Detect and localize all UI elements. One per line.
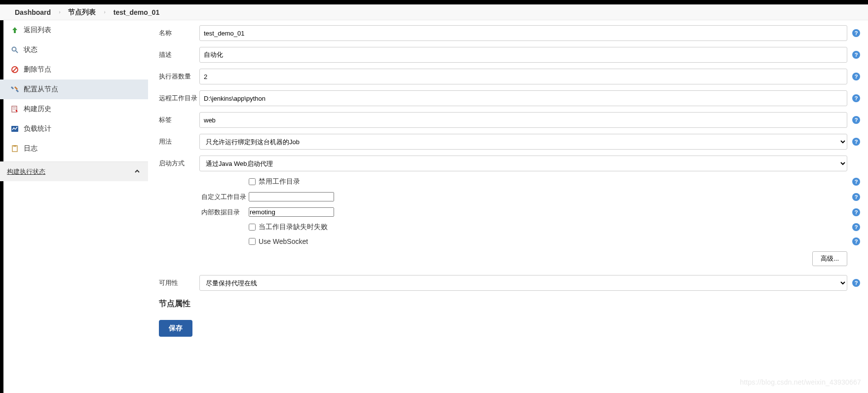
row-remote-fs: 远程工作目录 ?	[159, 90, 860, 106]
help-icon[interactable]: ?	[852, 223, 860, 231]
arrow-up-icon	[10, 25, 20, 35]
sidebar-item-label: 配置从节点	[24, 85, 58, 94]
clipboard-icon	[10, 144, 20, 154]
select-usage[interactable]: 只允许运行绑定到这台机器的Job	[199, 134, 847, 150]
row-executors: 执行器数量 ?	[159, 69, 860, 84]
layout: 返回列表 状态 删除节点 配置从节点 构建历史	[0, 20, 868, 386]
save-button[interactable]: 保存	[159, 320, 192, 337]
sidebar-item-log[interactable]: 日志	[0, 139, 148, 158]
help-icon[interactable]: ?	[852, 29, 860, 37]
label-availability: 可用性	[159, 278, 199, 287]
breadcrumb: Dashboard › 节点列表 › test_demo_01	[0, 4, 868, 20]
label-internal-dir: 内部数据目录	[201, 208, 249, 217]
help-icon[interactable]: ?	[852, 73, 860, 80]
row-custom-workdir: 自定义工作目录 ?	[201, 192, 860, 201]
sidebar-item-status[interactable]: 状态	[0, 40, 148, 60]
breadcrumb-node-name[interactable]: test_demo_01	[111, 8, 162, 16]
sidebar-item-label: 负载统计	[24, 124, 51, 133]
label-name: 名称	[159, 29, 199, 38]
save-bar: 保存	[159, 320, 860, 337]
input-remote-fs[interactable]	[199, 90, 847, 106]
node-properties-heading: 节点属性	[159, 299, 860, 309]
label-launch-method: 启动方式	[159, 159, 199, 168]
breadcrumb-sep-1: ›	[54, 9, 65, 15]
sidebar-item-build-history[interactable]: 构建历史	[0, 99, 148, 119]
input-internal-dir[interactable]	[249, 207, 334, 217]
select-launch-method[interactable]: 通过Java Web启动代理	[199, 156, 847, 171]
svg-line-1	[16, 51, 18, 53]
row-disable-workdir: 禁用工作目录 ?	[249, 177, 860, 186]
help-icon[interactable]: ?	[852, 193, 860, 201]
checkbox-fail-if-missing[interactable]	[249, 224, 256, 231]
sidebar-item-label: 日志	[24, 144, 38, 153]
input-labels[interactable]	[199, 112, 847, 128]
checkbox-disable-workdir[interactable]	[249, 178, 256, 185]
input-name[interactable]	[199, 25, 847, 41]
sidebar: 返回列表 状态 删除节点 配置从节点 构建历史	[0, 20, 148, 386]
sidebar-item-label: 构建历史	[24, 105, 51, 114]
help-icon[interactable]: ?	[852, 138, 860, 146]
help-icon[interactable]: ?	[852, 208, 860, 216]
sidebar-item-back[interactable]: 返回列表	[0, 20, 148, 40]
sidebar-item-configure[interactable]: 配置从节点	[0, 79, 148, 99]
row-availability: 可用性 尽量保持代理在线 ?	[159, 275, 860, 291]
row-labels: 标签 ?	[159, 112, 860, 128]
checkbox-use-websocket[interactable]	[249, 238, 256, 245]
row-advanced: 高级...	[159, 251, 847, 266]
chart-icon	[10, 124, 20, 134]
advanced-button[interactable]: 高级...	[812, 251, 847, 266]
tools-icon	[10, 84, 20, 94]
label-use-websocket: Use WebSocket	[259, 237, 308, 245]
label-labels: 标签	[159, 116, 199, 124]
launch-subgroup: 禁用工作目录 ? 自定义工作目录 ? 内部数据目录 ? 当工作目录缺失时失败 ?	[249, 177, 860, 245]
help-icon[interactable]: ?	[852, 116, 860, 124]
input-description[interactable]	[199, 47, 847, 63]
row-fail-if-missing: 当工作目录缺失时失败 ?	[249, 223, 860, 232]
help-icon[interactable]: ?	[852, 51, 860, 59]
sidebar-item-label: 状态	[24, 45, 38, 54]
breadcrumb-node-list[interactable]: 节点列表	[65, 8, 99, 17]
input-executors[interactable]	[199, 69, 847, 84]
main: 名称 ? 描述 ? 执行器数量 ? 远程工作目录 ? 标签 ? 用法	[148, 20, 868, 386]
document-icon	[10, 104, 20, 114]
sidebar-item-label: 返回列表	[24, 26, 51, 35]
label-custom-workdir: 自定义工作目录	[201, 193, 249, 201]
breadcrumb-sep-2: ›	[99, 9, 110, 15]
label-disable-workdir: 禁用工作目录	[259, 177, 300, 186]
input-custom-workdir[interactable]	[249, 192, 334, 201]
label-fail-if-missing: 当工作目录缺失时失败	[259, 223, 328, 232]
row-internal-dir: 内部数据目录 ?	[201, 207, 860, 217]
black-top-strip	[0, 0, 868, 4]
label-description: 描述	[159, 50, 199, 59]
help-icon[interactable]: ?	[852, 237, 860, 245]
sidebar-item-load-stats[interactable]: 负载统计	[0, 119, 148, 139]
label-usage: 用法	[159, 137, 199, 146]
help-icon[interactable]: ?	[852, 178, 860, 186]
label-remote-fs: 远程工作目录	[159, 94, 199, 103]
chevron-up-icon	[134, 168, 140, 176]
prohibit-icon	[10, 65, 20, 75]
watermark: https://blog.csdn.net/weixin_43930667	[740, 378, 861, 386]
row-name: 名称 ?	[159, 25, 860, 41]
search-icon	[10, 45, 20, 55]
help-icon[interactable]: ?	[852, 94, 860, 102]
help-icon[interactable]: ?	[852, 279, 860, 287]
svg-point-0	[12, 47, 16, 51]
sidebar-item-label: 删除节点	[24, 65, 51, 74]
row-launch-method: 启动方式 通过Java Web启动代理	[159, 156, 860, 171]
svg-line-3	[13, 68, 17, 72]
label-executors: 执行器数量	[159, 72, 199, 81]
sidebar-item-delete[interactable]: 删除节点	[0, 60, 148, 79]
row-description: 描述 ?	[159, 47, 860, 63]
breadcrumb-dashboard[interactable]: Dashboard	[12, 8, 54, 16]
build-exec-status-toggle[interactable]: 构建执行状态	[0, 161, 148, 181]
row-usage: 用法 只允许运行绑定到这台机器的Job ?	[159, 134, 860, 150]
svg-rect-9	[13, 145, 16, 147]
row-use-websocket: Use WebSocket ?	[249, 237, 860, 245]
select-availability[interactable]: 尽量保持代理在线	[199, 275, 847, 291]
collapse-label: 构建执行状态	[7, 167, 45, 176]
